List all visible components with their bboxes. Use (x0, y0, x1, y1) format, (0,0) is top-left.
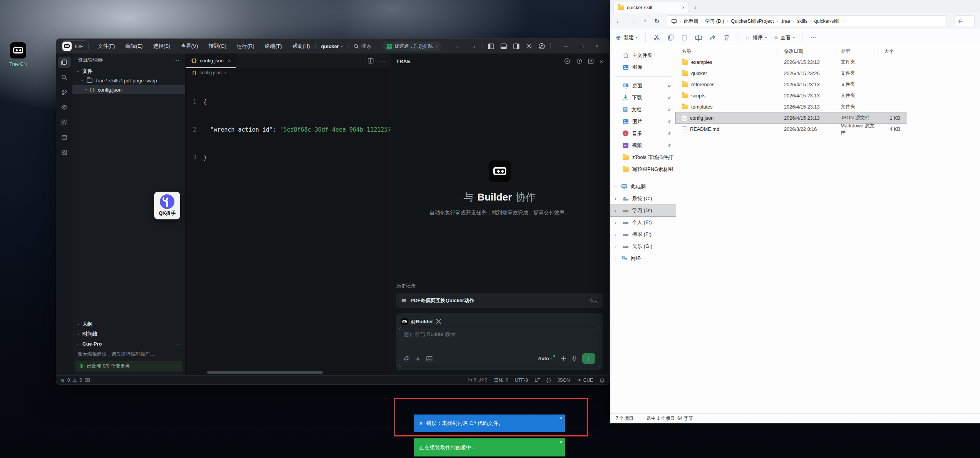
sidebar-music[interactable]: ♪ 音乐 (610, 127, 676, 139)
menu-terminal[interactable]: 终端(T) (265, 43, 282, 50)
column-type[interactable]: 类型 (834, 48, 878, 55)
activity-library-icon[interactable] (58, 132, 71, 143)
desktop-icon-trae-cn[interactable]: Trae CN (5, 42, 31, 67)
errors-icon[interactable]: ⊗ (61, 378, 65, 383)
attach-image-icon[interactable] (426, 356, 432, 361)
menu-view[interactable]: 查看(V) (181, 43, 198, 50)
mention-icon[interactable]: @ (404, 355, 410, 362)
nav-back-button[interactable]: ← (616, 18, 622, 25)
tree-section-files[interactable]: › 文件 (72, 67, 185, 76)
maximize-button[interactable] (574, 43, 589, 49)
crumb-trae[interactable]: .trae (781, 18, 790, 24)
account-icon[interactable] (539, 43, 545, 49)
search-box[interactable]: 在 (955, 15, 975, 27)
sidebar-gallery[interactable]: 图库 (610, 61, 676, 73)
open-in-window-icon[interactable] (588, 59, 594, 64)
warnings-icon[interactable]: ⚠ (73, 378, 77, 383)
status-cue[interactable]: CUE (576, 378, 593, 383)
status-language[interactable]: JSON (558, 378, 570, 383)
tree-workspace-folder[interactable]: › .trae \ skills \ pdf-page-swap (72, 76, 185, 85)
sidebar-desktop[interactable]: 桌面 (610, 80, 676, 92)
section-timeline[interactable]: › 时间线 (72, 329, 185, 339)
status-encoding[interactable]: UTF-8 (515, 378, 528, 383)
nav-forward-button[interactable]: → (471, 43, 477, 50)
sidebar-home[interactable]: 主文件夹 (610, 49, 676, 61)
settings-gear-icon[interactable] (526, 43, 532, 49)
rename-button[interactable] (695, 35, 702, 41)
split-editor-icon[interactable] (368, 58, 374, 64)
qk-wrench-widget[interactable]: QK扳手 (154, 192, 180, 219)
toast-close-icon[interactable]: × (559, 415, 562, 421)
toggle-left-sidebar-icon[interactable] (488, 43, 494, 49)
explorer-more-icon[interactable]: ⋯ (174, 57, 180, 63)
status-indentation[interactable]: 空格: 2 (494, 377, 508, 383)
crumb-skills[interactable]: skills (797, 18, 807, 24)
cut-button[interactable] (653, 34, 660, 41)
sidebar-drive-g[interactable]: › 吴乐 (G:) (610, 240, 676, 252)
menu-go[interactable]: 转到(G) (208, 43, 226, 50)
toggle-right-sidebar-icon[interactable] (513, 43, 519, 49)
file-row-readme-md[interactable]: ↓README.md 2026/3/22 8:16 Markdown 源文件 4… (676, 124, 907, 135)
breadcrumb-tail[interactable]: ... (229, 70, 233, 75)
nav-up-button[interactable]: ↑ (643, 18, 647, 25)
tree-file-config-json[interactable]: {} config.json (72, 85, 185, 94)
sidebar-downloads[interactable]: 下载 (610, 92, 676, 104)
menu-selection[interactable]: 选择(S) (153, 43, 170, 50)
history-item[interactable]: PDF奇偶页互换Quicker动作 今天 (396, 293, 603, 308)
breadcrumb-file[interactable]: config.json (199, 70, 221, 75)
agent-chip[interactable]: @Builder (399, 316, 600, 327)
sort-button[interactable]: ↑↓ 排序 › (745, 34, 767, 41)
explorer-tab[interactable]: quicker-skill × (613, 2, 689, 13)
new-chat-icon[interactable] (564, 58, 570, 64)
refresh-button[interactable]: ↻ (654, 18, 659, 25)
column-size[interactable]: 大小 (878, 48, 904, 55)
nav-forward-button[interactable]: → (630, 18, 636, 25)
address-breadcrumb[interactable]: › 此电脑 › 学习 (D:) › QuickerSkillsProject ›… (667, 15, 947, 27)
menu-help[interactable]: 帮助(H) (292, 43, 310, 50)
builder-chat-input[interactable]: 您正在与 Builder 聊天 (404, 331, 595, 338)
sidebar-documents[interactable]: 文档 (610, 104, 676, 115)
close-button[interactable]: × (589, 43, 605, 49)
activity-explorer-icon[interactable] (58, 57, 71, 68)
activity-extensions-icon[interactable] (58, 117, 71, 128)
bell-icon[interactable] (600, 378, 605, 383)
menu-run[interactable]: 运行(R) (237, 43, 255, 50)
status-brackets[interactable]: { } (546, 378, 551, 383)
section-cue-pro[interactable]: › Cue-Pro ⋯ (72, 339, 185, 349)
crumb-project[interactable]: QuickerSkillsProject (731, 18, 774, 24)
section-outline[interactable]: › 大纲 (72, 319, 185, 329)
toggle-panel-icon[interactable] (501, 43, 507, 49)
sidebar-videos[interactable]: ▶ 视频 (610, 139, 676, 151)
editor-more-icon[interactable]: ⋯ (379, 57, 385, 65)
menu-edit[interactable]: 编辑(E) (125, 43, 142, 50)
ports-icon[interactable] (85, 378, 90, 383)
sidebar-this-pc[interactable]: › 此电脑 (610, 181, 676, 192)
sparkle-icon[interactable] (561, 356, 566, 361)
history-clock-icon[interactable] (576, 58, 582, 64)
activity-blocks-icon[interactable] (58, 147, 71, 158)
sidebar-drive-c[interactable]: › 系统 (C:) (610, 192, 676, 204)
view-button[interactable]: ≡ 查看 › (774, 34, 794, 41)
toast-close-icon[interactable]: × (559, 439, 562, 445)
errors-count[interactable]: 0 (67, 378, 70, 383)
paste-button[interactable] (682, 34, 687, 41)
file-row-quicker[interactable]: quicker 2026/4/15 23:26 文件夹 (676, 68, 907, 79)
activity-search-icon[interactable] (58, 72, 71, 83)
activity-preview-eye-icon[interactable] (58, 102, 71, 113)
promo-badge[interactable]: 优速通，告别排队 › (382, 42, 441, 51)
sidebar-drive-d[interactable]: › 学习 (D:) (610, 204, 676, 216)
sidebar-drive-f[interactable]: › 搬家 (F:) (610, 228, 676, 240)
microphone-icon[interactable] (572, 356, 577, 362)
mode-selector[interactable]: Auto › (538, 356, 555, 361)
status-cursor-position[interactable]: 行 3, 列 2 (468, 377, 487, 383)
ide-app-menu-button[interactable]: IDE (61, 40, 89, 52)
crumb-drive-d[interactable]: 学习 (D:) (705, 18, 724, 25)
file-row-config-json[interactable]: {}config.json 2026/4/15 23:13 JSON 源文件 1… (676, 112, 907, 124)
context-hash-icon[interactable]: # (416, 355, 419, 362)
menu-file[interactable]: 文件(F) (98, 43, 115, 50)
toolbar-more-button[interactable]: ⋯ (810, 34, 816, 41)
file-row-scripts[interactable]: scripts 2026/4/15 23:13 文件夹 (676, 90, 907, 101)
delete-button[interactable] (724, 34, 729, 41)
sidebar-folder-ztools[interactable]: zTools 市场插件打 (610, 151, 676, 163)
nav-back-button[interactable]: ← (455, 43, 461, 50)
